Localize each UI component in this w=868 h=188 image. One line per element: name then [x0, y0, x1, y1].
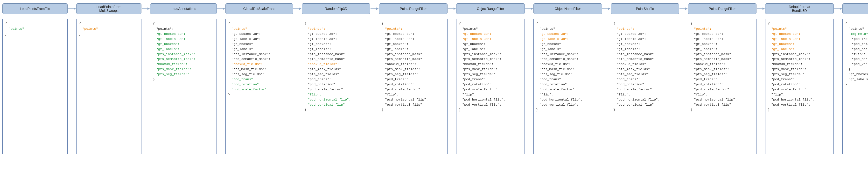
- arrow-right-icon: [447, 7, 456, 10]
- dict-key-pts-instance-mask: "pts_instance_mask":: [536, 52, 599, 57]
- brace-open: {: [690, 22, 754, 27]
- dict-key-gt-labels: "gt_labels":: [613, 47, 677, 52]
- dict-key-pts-instance-mask: "pts_instance_mask":: [304, 52, 368, 57]
- dict-key-gt-labels-3d: "gt_labels_3d":: [690, 37, 754, 42]
- dict-box-load-points-from-multisweeps: {"points":}: [76, 19, 142, 154]
- dict-key-pts-seg-fields: "pts_seg_fields":: [382, 72, 445, 77]
- pipeline-step-points-range-filter-2: PointsRangeFilter{"points":"gt_bboxes_3d…: [688, 3, 756, 154]
- dict-key-gt-bboxes: "gt_bboxes":: [459, 42, 522, 47]
- pipeline-step-point-shuffle: PointShuffle{"points":"gt_bboxes_3d":"gt…: [611, 3, 679, 154]
- dict-key-pcd-scale-factor: "pcd_scale_factor":: [536, 87, 599, 92]
- dict-key-pts-instance-mask: "pts_instance_mask":: [613, 52, 677, 57]
- dict-box-point-shuffle: {"points":"gt_bboxes_3d":"gt_labels_3d":…: [611, 19, 679, 154]
- dict-key-points: "points":: [613, 27, 677, 32]
- dict-key-gt-labels-3d: "gt_labels_3d":: [228, 37, 290, 42]
- dict-key-pts-instance-mask: "pts_instance_mask":: [768, 52, 831, 57]
- brace-open: {: [5, 22, 65, 27]
- dict-key-pcd-vertical-flip: "pcd_vertical_flip":: [845, 62, 868, 67]
- svg-marker-17: [685, 7, 688, 10]
- dict-key-pcd-vertical-flip: "pcd_vertical_flip":: [690, 103, 754, 108]
- dict-key-flip: "flip":: [382, 92, 445, 98]
- dict-box-default-format-bundle-3d: {"points":"gt_bboxes_3d":"gt_labels_3d":…: [765, 19, 834, 154]
- pipeline-arrow-gap: [756, 3, 765, 154]
- dict-key-pts-mask-fields: "pts_mask_fields":: [304, 67, 368, 72]
- step-header: GlobalRotScaleTrans: [225, 3, 293, 15]
- dict-key-pcd-trans: "pcd_trans":: [768, 77, 831, 82]
- dict-key-pts-mask-fields: "pts_mask_fields":: [536, 67, 599, 72]
- pipeline-step-points-range-filter-1: PointsRangeFilter{"points":"gt_bboxes_3d…: [379, 3, 447, 154]
- svg-marker-1: [73, 7, 76, 10]
- dict-key-pts-mask-fields: "pts_mask_fields":: [768, 67, 831, 72]
- pipeline-node-global-rot-scale-trans: GlobalRotScaleTrans: [225, 3, 293, 14]
- pipeline-step-global-rot-scale-trans: GlobalRotScaleTrans{"points":"gt_bboxes_…: [225, 3, 293, 154]
- dict-key-pts-seg-fields: "pts_seg_fields":: [153, 72, 214, 77]
- dict-box-load-annotations: {"points":"gt_bboxes_3d":"gt_labels_3d":…: [150, 19, 217, 154]
- pipeline-step-load-points-from-multisweeps: LoadPointsFrom MultiSweeps{"points":}: [76, 3, 142, 154]
- dict-key-gt-bboxes: "gt_bboxes":: [153, 42, 214, 47]
- dict-key-gt-bboxes: "gt_bboxes":: [613, 42, 677, 47]
- dict-key-pcd-scale-factor: "pcd_scale_factor":: [768, 87, 831, 92]
- pipeline-step-object-range-filter: ObjectRangeFilter{"points":"gt_bboxes_3d…: [456, 3, 525, 154]
- dict-key-gt-bboxes: "gt_bboxes":: [690, 42, 754, 47]
- dict-key-pts-semantic-mask: "pts_semantic_mask":: [536, 57, 599, 62]
- svg-marker-13: [531, 7, 533, 10]
- dict-key-gt-bboxes: "gt_bboxes":: [228, 42, 290, 47]
- dict-key-gt-labels: "gt_labels":: [382, 47, 445, 52]
- svg-marker-7: [299, 7, 302, 10]
- dict-key-gt-labels-3d: "gt_labels_3d":: [153, 37, 214, 42]
- dict-key-pcd-horizontal-flip: "pcd_horizontal_flip":: [536, 98, 599, 103]
- dict-key-pts-mask-fields: "pts_mask_fields":: [690, 67, 754, 72]
- pipeline-arrow-gap: [834, 3, 842, 154]
- dict-key-gt-labels: "gt_labels":: [536, 47, 599, 52]
- dict-key-gt-bboxes: "gt_bboxes":: [304, 42, 368, 47]
- dict-key-bbox3d-fields: "bbox3d_fields":: [768, 62, 831, 67]
- pipeline-arrow-gap: [370, 3, 379, 154]
- dict-key-gt-labels-3d: "gt_labels_3d":: [304, 37, 368, 42]
- dict-box-global-rot-scale-trans: {"points":"gt_bboxes_3d":"gt_labels_3d":…: [225, 19, 293, 154]
- dict-key-points: "points":: [5, 27, 65, 32]
- dict-key-pcd-rotation: "pcd_rotation":: [304, 82, 368, 87]
- dict-key-bbox3d-fields: "bbox3d_fields":: [153, 62, 214, 67]
- dict-box-points-range-filter-2: {"points":"gt_bboxes_3d":"gt_labels_3d":…: [688, 19, 756, 154]
- brace-close: }: [5, 32, 65, 37]
- svg-marker-21: [840, 7, 842, 10]
- dict-key-pts-semantic-mask: "pts_semantic_mask":: [690, 57, 754, 62]
- dict-key-flip: "flip":: [613, 92, 677, 98]
- pipeline-arrow-gap: [602, 3, 611, 154]
- dict-key-gt-bboxes-3d: "gt_bboxes_3d":: [228, 32, 290, 37]
- pipeline-diagram: LoadPointsFromFile{"points":}LoadPointsF…: [0, 0, 868, 159]
- dict-key-gt-bboxes-3d: "gt_bboxes_3d":: [613, 32, 677, 37]
- dict-key-pcd-rotation: "pcd_rotation":: [613, 82, 677, 87]
- dict-key-gt-labels-3d: "gt_labels_3d":: [768, 37, 831, 42]
- dict-key-bbox3d-fields: "bbox3d_fields":: [690, 62, 754, 67]
- dict-key-pcd-rotation: "pcd_rotation":: [845, 42, 868, 47]
- dict-key-pts-mask-fields: "pts_mask_fields":: [613, 67, 677, 72]
- dict-key-pcd-trans: "pcd_trans":: [690, 77, 754, 82]
- svg-marker-15: [608, 7, 611, 10]
- dict-key-flip: "flip":: [304, 92, 368, 98]
- dict-key-pts-seg-fields: "pts_seg_fields":: [613, 72, 677, 77]
- dict-key-gt-bboxes-3d: "gt_bboxes_3d":: [459, 32, 522, 37]
- dict-key-points: "points":: [153, 27, 214, 32]
- brace-close: }: [382, 108, 445, 113]
- dict-key-points: "points":: [690, 27, 754, 32]
- dict-key-pts-semantic-mask: "pts_semantic_mask":: [613, 57, 677, 62]
- pipeline-node-points-range-filter-2: PointsRangeFilter: [688, 3, 756, 14]
- dict-key-pcd-scale-factor: "pcd_scale_factor":: [304, 87, 368, 92]
- pipeline-arrow-gap: [217, 3, 225, 154]
- dict-key-points: "points":: [382, 27, 445, 32]
- pipeline-step-object-name-filter: ObjectNameFilter{"points":"gt_bboxes_3d"…: [533, 3, 602, 154]
- dict-key-pcd-rotation: "pcd_rotation":: [459, 82, 522, 87]
- dict-key-points: "points":: [536, 27, 599, 32]
- svg-marker-19: [763, 7, 765, 10]
- pipeline-arrow-gap: [68, 3, 76, 154]
- pipeline-node-object-range-filter: ObjectRangeFilter: [456, 3, 525, 14]
- step-header: LoadPointsFrom MultiSweeps: [76, 3, 142, 15]
- dict-key-pts-instance-mask: "pts_instance_mask":: [690, 52, 754, 57]
- dict-key-pts-seg-fields: "pts_seg_fields":: [304, 72, 368, 77]
- dict-key-pts-seg-fields: "pts_seg_fields":: [536, 72, 599, 77]
- dict-key-points: "points":: [304, 27, 368, 32]
- dict-key-gt-bboxes: "gt_bboxes":: [768, 42, 831, 47]
- dict-key-bbox3d-fields: "bbox3d_fields":: [613, 62, 677, 67]
- dict-key-bbox3d-fields: "bbox3d_fields":: [382, 62, 445, 67]
